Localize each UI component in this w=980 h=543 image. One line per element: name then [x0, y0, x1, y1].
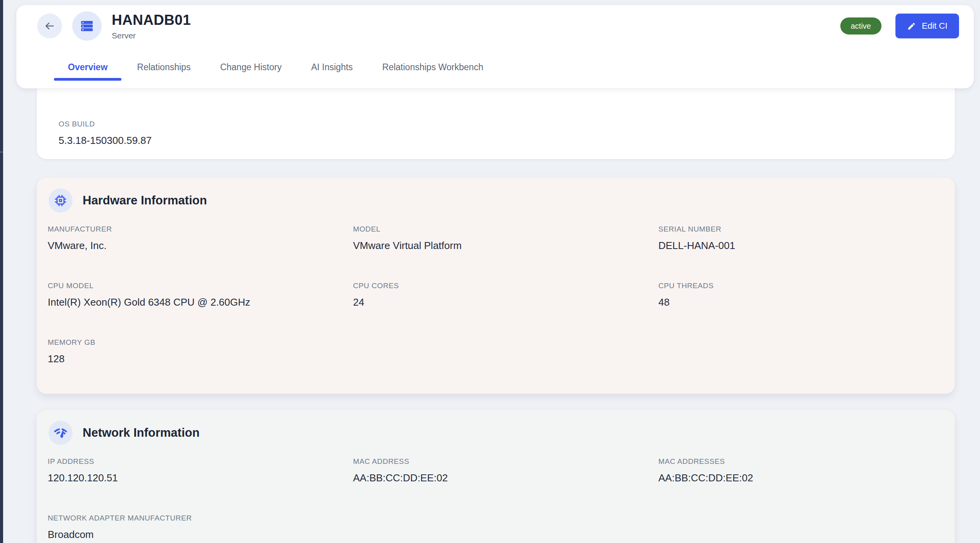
tab[interactable]: Relationships [123, 62, 204, 81]
tab[interactable]: Overview [54, 62, 121, 81]
pencil-icon [907, 22, 916, 31]
field-value: Broadcom [48, 529, 353, 541]
field-value: 48 [658, 296, 955, 308]
edit-ci-button[interactable]: Edit CI [895, 14, 959, 38]
cpu-chip-icon [48, 188, 73, 213]
card-title: Hardware Information [83, 194, 207, 208]
network-fields: IP ADDRESS 120.120.120.51 MAC ADDRESS AA… [37, 457, 955, 541]
tab[interactable]: Change History [206, 62, 296, 81]
hardware-information-card: Hardware Information MANUFACTURER VMware… [37, 178, 955, 394]
field-value: AA:BB:CC:DD:EE:02 [658, 472, 955, 484]
field: MEMORY GB 128 [48, 338, 353, 365]
field-value: 128 [48, 353, 353, 365]
field: MAC ADDRESSES AA:BB:CC:DD:EE:02 [658, 457, 955, 484]
hardware-card-header: Hardware Information [37, 178, 955, 213]
server-rack-icon [72, 11, 102, 41]
field: MANUFACTURER VMware, Inc. [48, 225, 353, 252]
network-card-header: Network Information [37, 410, 955, 445]
field-label: MODEL [353, 225, 658, 233]
page-title: HANADB01 [112, 12, 191, 28]
field-label: IP ADDRESS [48, 457, 353, 466]
tab[interactable]: Relationships Workbench [368, 62, 497, 81]
field: CPU MODEL Intel(R) Xeon(R) Gold 6348 CPU… [48, 282, 353, 308]
field-label: CPU MODEL [48, 282, 353, 290]
field: IP ADDRESS 120.120.120.51 [48, 457, 353, 484]
field-label: SERIAL NUMBER [658, 225, 955, 233]
field: SERIAL NUMBER DELL-HANA-001 [658, 225, 955, 252]
header-top-row: HANADB01 Server active Edit CI [16, 5, 974, 41]
field-value: VMware, Inc. [48, 240, 353, 252]
field-label: CPU THREADS [658, 282, 955, 290]
field-value: Intel(R) Xeon(R) Gold 6348 CPU @ 2.60GHz [48, 296, 353, 308]
status-badge: active [840, 17, 881, 35]
edit-ci-button-label: Edit CI [922, 21, 947, 31]
page-subtitle: Server [112, 31, 191, 40]
tab[interactable]: AI Insights [297, 62, 367, 81]
sidebar-divider [0, 151, 3, 153]
field-value: 5.3.18-150300.59.87 [59, 135, 364, 147]
field: CPU THREADS 48 [658, 282, 955, 308]
field-label: MAC ADDRESS [353, 457, 658, 466]
network-information-card: Network Information IP ADDRESS 120.120.1… [37, 410, 955, 543]
card-title: Network Information [83, 426, 199, 440]
tab-bar: OverviewRelationshipsChange HistoryAI In… [54, 62, 497, 81]
title-block: HANADB01 Server [112, 12, 191, 40]
field: CPU CORES 24 [353, 282, 658, 308]
collapsed-sidebar [0, 0, 3, 543]
ci-header-card: HANADB01 Server active Edit CI OverviewR… [16, 5, 974, 88]
field-label: OS BUILD [59, 120, 364, 128]
field-value: DELL-HANA-001 [658, 240, 955, 252]
field-value: 24 [353, 296, 658, 308]
field: NETWORK ADAPTER MANUFACTURER Broadcom [48, 514, 353, 541]
field-label: NETWORK ADAPTER MANUFACTURER [48, 514, 353, 522]
field-label: MANUFACTURER [48, 225, 353, 233]
os-fields: OS BUILD 5.3.18-150300.59.87 [48, 120, 940, 147]
network-wifi-icon [48, 421, 73, 445]
field-value: AA:BB:CC:DD:EE:02 [353, 472, 658, 484]
hardware-fields: MANUFACTURER VMware, Inc. MODEL VMware V… [37, 225, 955, 365]
field-value: VMware Virtual Platform [353, 240, 658, 252]
field: MAC ADDRESS AA:BB:CC:DD:EE:02 [353, 457, 658, 484]
arrow-left-icon [44, 20, 55, 32]
field-label: MAC ADDRESSES [658, 457, 955, 466]
field: MODEL VMware Virtual Platform [353, 225, 658, 252]
field: OS BUILD 5.3.18-150300.59.87 [59, 120, 364, 147]
field-label: MEMORY GB [48, 338, 353, 347]
field-value: 120.120.120.51 [48, 472, 353, 484]
back-button[interactable] [37, 14, 62, 38]
field-label: CPU CORES [353, 282, 658, 290]
